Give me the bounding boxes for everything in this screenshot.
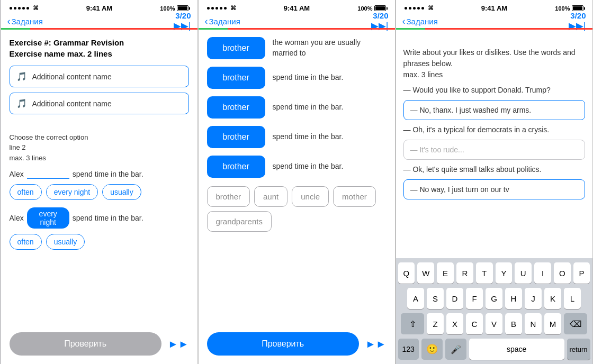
fill-blank-1 xyxy=(27,169,69,179)
word-btn-2[interactable]: brother xyxy=(207,96,265,119)
back-arrow-icon-1: ‹ xyxy=(7,16,11,26)
progress-fill-2 xyxy=(199,28,228,30)
wifi-icon-3: ⌘ xyxy=(428,5,434,12)
key-123[interactable]: 123 xyxy=(398,339,419,360)
word-btn-1[interactable]: brother xyxy=(207,67,265,89)
key-W[interactable]: W xyxy=(417,262,434,284)
progress-text-2: 3/20 xyxy=(371,11,389,20)
key-D[interactable]: D xyxy=(446,288,463,309)
word-option-mother[interactable]: mother xyxy=(333,186,376,207)
back-arrow-icon-2: ‹ xyxy=(205,16,208,26)
content-1: Exercise #: Grammar Revision Exercise na… xyxy=(1,30,197,327)
fill-rest-1: spend time in the bar. xyxy=(73,170,143,178)
battery-pct-3: 100% xyxy=(555,5,570,12)
key-K[interactable]: K xyxy=(544,288,561,309)
signal-dot xyxy=(14,7,16,10)
skip-icon-1[interactable]: ▶▶| xyxy=(174,20,191,32)
mic-key[interactable]: 🎤 xyxy=(445,339,466,360)
check-button-2[interactable]: Проверить xyxy=(207,332,359,356)
fill-row-1: Alex spend time in the bar. xyxy=(10,169,189,179)
key-Y[interactable]: Y xyxy=(496,262,513,284)
back-button-2[interactable]: ‹ Задания xyxy=(205,16,240,26)
content-box-1[interactable]: 🎵 Additional content name xyxy=(10,93,189,114)
progress-text-3: 3/20 xyxy=(569,11,586,20)
signal-dot xyxy=(10,7,12,10)
option-often-2[interactable]: often xyxy=(10,234,42,250)
battery-pct-2: 100% xyxy=(357,5,372,12)
option-usually-2[interactable]: usually xyxy=(46,234,85,250)
back-button-1[interactable]: ‹ Задания xyxy=(7,16,43,26)
key-U[interactable]: U xyxy=(515,262,532,284)
fill-rest-2: spend time in the bar. xyxy=(73,214,143,222)
key-M[interactable]: M xyxy=(544,313,561,334)
emoji-key[interactable]: 🙂 xyxy=(421,339,443,360)
wifi-icon-2: ⌘ xyxy=(230,5,236,12)
next-arrows-1[interactable]: ►► xyxy=(168,338,189,350)
dialogue-input-active[interactable] xyxy=(403,179,585,199)
dialogue-input-0[interactable] xyxy=(403,100,585,120)
check-button-1[interactable]: Проверить xyxy=(10,332,161,356)
instructions-1: Choose the correct option line 2 max. 3 … xyxy=(10,122,189,163)
key-V[interactable]: V xyxy=(486,313,502,334)
next-arrows-2[interactable]: ►► xyxy=(365,338,387,350)
fill-blank-selected-2[interactable]: every night xyxy=(27,207,69,229)
progress-bar-2 xyxy=(199,28,395,30)
back-button-3[interactable]: ‹ Задания xyxy=(402,16,438,26)
word-option-brother[interactable]: brother xyxy=(207,186,250,207)
shift-key[interactable]: ⇧ xyxy=(401,313,424,334)
word-def-1: spend time in the bar. xyxy=(273,72,387,83)
time-3: 9:41 AM xyxy=(481,4,507,12)
key-Z[interactable]: Z xyxy=(427,313,444,334)
option-often-1[interactable]: often xyxy=(10,184,42,200)
skip-icon-2[interactable]: ▶▶| xyxy=(371,20,389,32)
return-key[interactable]: return xyxy=(567,339,590,360)
word-btn-3[interactable]: brother xyxy=(207,126,265,148)
back-label-2: Задания xyxy=(209,17,240,26)
skip-icon-3[interactable]: ▶▶| xyxy=(569,20,586,32)
option-usually-1[interactable]: usually xyxy=(102,184,141,200)
wifi-icon-1: ⌘ xyxy=(33,5,39,12)
key-I[interactable]: I xyxy=(534,262,551,284)
signal-dot xyxy=(26,7,29,10)
option-everynight-1[interactable]: every night xyxy=(46,184,98,200)
back-label-1: Задания xyxy=(12,17,43,26)
content-box-0[interactable]: 🎵 Additional content name xyxy=(10,66,189,87)
key-F[interactable]: F xyxy=(466,288,483,309)
space-key[interactable]: space xyxy=(469,339,564,360)
dialogue-text-4: — Ok, let's quite small talks about poli… xyxy=(403,164,585,175)
match-row-4: brother spend time in the bar. xyxy=(207,156,387,178)
key-N[interactable]: N xyxy=(525,313,542,334)
delete-key[interactable]: ⌫ xyxy=(564,313,587,334)
key-C[interactable]: C xyxy=(466,313,483,334)
dialogue-placeholder-3: — It's too rude... xyxy=(403,140,585,160)
key-O[interactable]: O xyxy=(554,262,571,284)
word-option-aunt[interactable]: aunt xyxy=(254,186,287,207)
key-G[interactable]: G xyxy=(486,288,502,309)
keyboard-row-4: 123 🙂 🎤 space return xyxy=(398,339,590,360)
progress-fill-1 xyxy=(1,28,31,30)
key-L[interactable]: L xyxy=(564,288,581,309)
word-option-uncle[interactable]: uncle xyxy=(292,186,329,207)
word-options-grid: brother aunt uncle mother grandparents xyxy=(207,186,387,232)
key-R[interactable]: R xyxy=(456,262,473,284)
key-A[interactable]: A xyxy=(407,288,424,309)
word-btn-4[interactable]: brother xyxy=(207,156,265,178)
key-B[interactable]: B xyxy=(505,313,522,334)
key-T[interactable]: T xyxy=(476,262,493,284)
options-row-2: often usually xyxy=(10,234,189,250)
key-J[interactable]: J xyxy=(525,288,542,309)
nav-bar-2: ‹ Задания 3/20 ▶▶| xyxy=(199,14,395,28)
key-X[interactable]: X xyxy=(446,313,463,334)
word-def-2: spend time in the bar. xyxy=(273,102,387,113)
progress-bar-1 xyxy=(1,28,197,30)
key-P[interactable]: P xyxy=(573,262,590,284)
word-option-grandparents[interactable]: grandparents xyxy=(207,211,272,232)
key-H[interactable]: H xyxy=(505,288,522,309)
key-E[interactable]: E xyxy=(437,262,454,284)
music-icon-0: 🎵 xyxy=(16,71,27,81)
key-S[interactable]: S xyxy=(427,288,444,309)
time-2: 9:41 AM xyxy=(284,4,310,12)
key-Q[interactable]: Q xyxy=(398,262,415,284)
word-btn-0[interactable]: brother xyxy=(207,37,265,59)
match-row-1: brother spend time in the bar. xyxy=(207,67,387,89)
